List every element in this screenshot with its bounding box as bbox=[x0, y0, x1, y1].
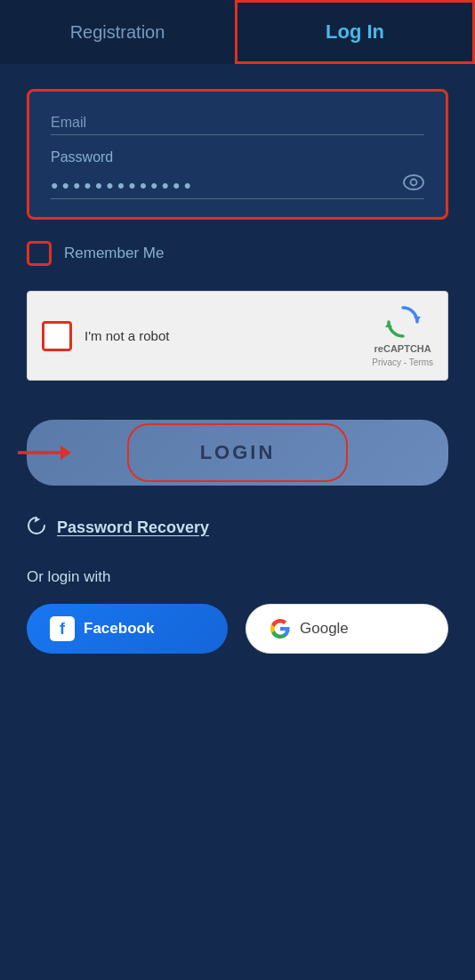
password-field-group: Password ●●●●●●●●●●●●● bbox=[51, 149, 424, 199]
google-button-label: Google bbox=[300, 620, 349, 638]
password-dots: ●●●●●●●●●●●●● bbox=[51, 178, 403, 192]
svg-marker-5 bbox=[60, 446, 71, 460]
recaptcha-text: I'm not a robot bbox=[85, 328, 169, 343]
tab-registration[interactable]: Registration bbox=[0, 0, 235, 64]
svg-point-0 bbox=[404, 175, 423, 189]
login-button-label: LOGIN bbox=[200, 441, 276, 464]
tab-bar: Registration Log In bbox=[0, 0, 475, 64]
facebook-icon: f bbox=[50, 616, 75, 641]
google-login-button[interactable]: Google bbox=[246, 604, 448, 654]
password-label: Password bbox=[51, 149, 424, 165]
facebook-button-label: Facebook bbox=[84, 620, 154, 638]
password-row: ●●●●●●●●●●●●● bbox=[51, 171, 424, 199]
main-content: Password ●●●●●●●●●●●●● Remember Me I'm n… bbox=[0, 64, 475, 689]
login-form-box: Password ●●●●●●●●●●●●● bbox=[27, 89, 448, 220]
login-button-wrapper: LOGIN bbox=[27, 420, 448, 486]
social-buttons: f Facebook Google bbox=[27, 604, 448, 654]
recaptcha-brand-label: reCAPTCHA bbox=[374, 343, 431, 354]
recovery-icon bbox=[27, 516, 46, 540]
recaptcha-checkbox[interactable] bbox=[42, 321, 72, 351]
svg-marker-2 bbox=[414, 317, 421, 322]
tab-login[interactable]: Log In bbox=[235, 0, 475, 64]
remember-me-row: Remember Me bbox=[27, 241, 448, 266]
recaptcha-box[interactable]: I'm not a robot reCAPTCHA Privacy - Term… bbox=[27, 291, 448, 381]
svg-marker-3 bbox=[385, 322, 392, 327]
svg-point-1 bbox=[411, 180, 417, 186]
google-icon bbox=[270, 618, 291, 639]
login-button-area: LOGIN bbox=[27, 420, 448, 486]
email-input[interactable] bbox=[51, 111, 424, 135]
facebook-login-button[interactable]: f Facebook bbox=[27, 604, 228, 654]
password-recovery-link[interactable]: Password Recovery bbox=[27, 516, 448, 540]
recaptcha-right: reCAPTCHA Privacy - Terms bbox=[372, 304, 433, 367]
recaptcha-logo-icon bbox=[385, 304, 421, 340]
recaptcha-left: I'm not a robot bbox=[42, 321, 169, 351]
remember-me-label: Remember Me bbox=[64, 245, 164, 262]
tab-registration-label: Registration bbox=[70, 22, 165, 43]
tab-login-label: Log In bbox=[326, 20, 384, 44]
email-field-group bbox=[51, 111, 424, 135]
password-recovery-label: Password Recovery bbox=[57, 518, 209, 537]
arrow-indicator bbox=[18, 439, 71, 466]
recaptcha-links: Privacy - Terms bbox=[372, 357, 433, 367]
eye-icon[interactable] bbox=[403, 174, 424, 195]
login-button[interactable]: LOGIN bbox=[127, 423, 349, 482]
remember-me-checkbox[interactable] bbox=[27, 241, 52, 266]
or-login-label: Or login with bbox=[27, 568, 448, 586]
